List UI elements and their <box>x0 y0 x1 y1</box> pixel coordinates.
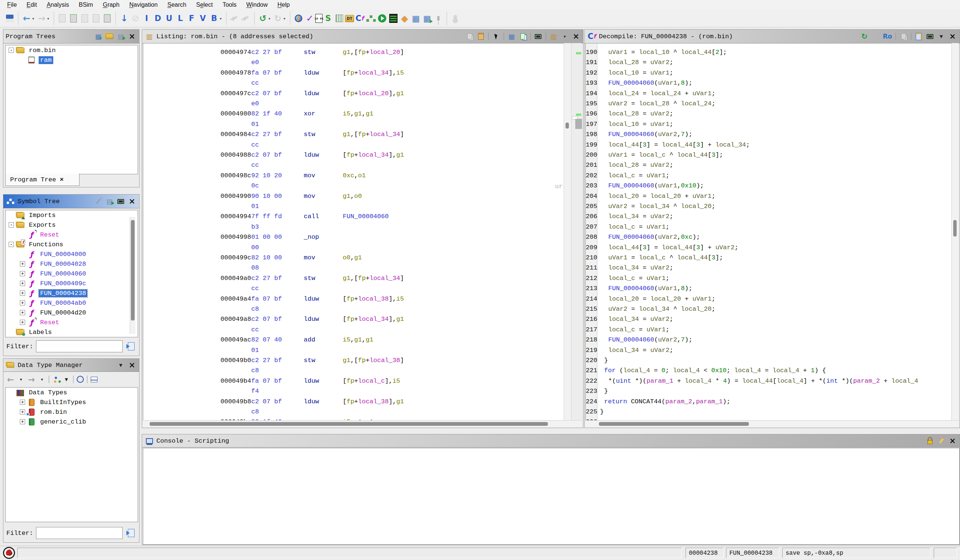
tree-row-reset[interactable]: +Reset <box>6 317 138 327</box>
decompile-line-221[interactable]: 221for (local_4 = 0; local_4 < 0x10; loc… <box>586 365 952 376</box>
tab-close-icon[interactable]: × <box>60 176 63 183</box>
snapshot-icon[interactable] <box>116 197 126 206</box>
collapse-icon[interactable]: - <box>9 222 14 228</box>
tree-row-fun_00004d20[interactable]: +FUN_00004d20 <box>6 308 138 317</box>
auto-analyze-icon[interactable] <box>293 13 304 24</box>
memory-add-icon[interactable] <box>68 13 79 24</box>
decompile-line-193[interactable]: 193FUN_00004060(uVar1,8); <box>586 78 952 88</box>
edit-fields-icon[interactable] <box>507 32 516 41</box>
scrollbar-thumb[interactable] <box>150 422 548 426</box>
bytes-table-icon[interactable]: ▦ <box>410 13 421 24</box>
decompile-vscrollbar[interactable] <box>951 43 958 420</box>
close-icon[interactable]: × <box>948 436 957 445</box>
emulator-icon[interactable] <box>376 13 388 24</box>
byte-icon[interactable]: B <box>208 13 220 24</box>
decompile-line-209[interactable]: 209local_44[3] = local_44[3] + uVar2; <box>586 243 952 253</box>
undo-icon[interactable]: ↺ <box>257 13 269 24</box>
copy-icon[interactable] <box>465 32 474 41</box>
menu-help[interactable]: Help <box>273 1 295 9</box>
decompile-line-211[interactable]: 211local_34 = uVar2; <box>586 263 952 273</box>
tree-row-reset[interactable]: Reset <box>6 230 138 239</box>
listing-line-00004998[interactable]: 0000499801 00 00_nop <box>143 232 564 243</box>
table-export-icon[interactable]: ▦ <box>421 13 433 24</box>
menu-search[interactable]: Search <box>162 1 191 9</box>
filter-icon[interactable] <box>126 528 137 538</box>
decompile-line-217[interactable]: 217local_c = uVar1; <box>586 325 952 335</box>
navigate-back-icon[interactable]: ← <box>21 13 32 24</box>
patch-icon[interactable] <box>229 13 240 24</box>
expand-icon[interactable]: + <box>20 320 25 325</box>
listing-line-00004980[interactable]: 0000498082 1f 40xori5,g1,g1 <box>143 109 564 119</box>
decompile-line-197[interactable]: 197local_10 = uVar1; <box>586 119 952 130</box>
menu-bsim[interactable]: BSim <box>74 1 98 9</box>
tree-row-exports[interactable]: -Exports <box>6 220 138 230</box>
association-icon[interactable] <box>51 375 61 384</box>
listing-line-000049a8[interactable]: 000049a8c2 07 bflduw[fp+local_34],g1 <box>143 314 564 325</box>
symbol-tree-scrollbar[interactable] <box>130 217 135 334</box>
filter-icon[interactable] <box>126 341 137 352</box>
decompile-line-194[interactable]: 194local_24 = local_24 + uVar1; <box>586 88 952 99</box>
memory-image-icon[interactable] <box>102 13 113 24</box>
menu-analysis[interactable]: Analysis <box>42 1 74 9</box>
menu-window[interactable]: Window <box>242 1 273 9</box>
listing-line-000049b0[interactable]: 000049b0c2 27 bfstwg1,[fp+local_38] <box>143 355 564 366</box>
listing-line-0000498c[interactable]: 0000498c92 10 20mov0xc,o1 <box>143 171 564 181</box>
scroll-lock-icon[interactable] <box>925 436 935 445</box>
close-icon[interactable]: × <box>127 361 137 370</box>
listing-line-0000497c[interactable]: 0000497cc2 07 bflduw[fp+local_20],g1 <box>143 88 564 99</box>
patch-alt-icon[interactable] <box>240 13 252 24</box>
tree-row-fun_00004000[interactable]: FUN_00004000 <box>6 249 138 259</box>
byte-icon-caret[interactable]: ▾ <box>220 16 224 21</box>
tree-row-data types[interactable]: Data Types <box>6 388 138 397</box>
expand-icon[interactable]: + <box>20 261 25 266</box>
refresh-icon[interactable]: ↻ <box>859 32 869 41</box>
filter-input[interactable] <box>36 340 123 353</box>
assoc-caret-icon[interactable]: ▼ <box>61 375 71 384</box>
scrollbar-thumb[interactable] <box>953 220 957 236</box>
close-icon[interactable]: × <box>948 32 957 41</box>
copy-icon[interactable] <box>899 32 908 41</box>
decompile-line-200[interactable]: 200uVar1 = local_c ^ local_44[3]; <box>586 150 952 160</box>
goto-icon[interactable] <box>105 197 114 206</box>
listing-overview-margin[interactable] <box>571 43 582 420</box>
listing-content[interactable]: 00004974c2 27 bfstwg1,[fp+local_20]e0000… <box>143 43 564 421</box>
call-graph-icon[interactable] <box>365 13 376 24</box>
close-icon[interactable]: × <box>571 32 581 41</box>
tree-row-generic_clib[interactable]: +generic_clib <box>6 417 138 426</box>
toggle-panel-icon[interactable] <box>549 32 558 41</box>
data-type-archive-icon[interactable]: DT <box>345 15 354 22</box>
listing-line-00004994[interactable]: 000049947f ff fdcallFUN_00004060 <box>143 211 564 222</box>
user-icon[interactable] <box>450 13 461 24</box>
decompile-line-204[interactable]: 204local_20 = local_20 + uVar1; <box>586 191 952 202</box>
sequence-icon[interactable] <box>334 13 345 24</box>
call-graph-icon[interactable] <box>871 32 880 41</box>
decompile-line-215[interactable]: 215uVar2 = local_34 ^ local_20; <box>586 304 952 314</box>
navigate-forward-icon-caret[interactable]: ▾ <box>47 16 51 21</box>
decompile-line-223[interactable]: 223} <box>586 386 952 397</box>
expand-icon[interactable]: + <box>20 300 25 305</box>
decompile-line-224[interactable]: 224return CONCAT44(param_2,param_1); <box>586 397 952 407</box>
listing-line-000049a0[interactable]: 000049a0c2 27 bfstwg1,[fp+local_34] <box>143 273 564 284</box>
menu-select[interactable]: Select <box>191 1 218 9</box>
toggle-panel-icon-caret[interactable]: ▾ <box>560 32 570 41</box>
tree-row-fun_00004028[interactable]: +FUN_00004028 <box>6 259 138 269</box>
tree-row-fun_00004238[interactable]: +FUN_00004238 <box>6 288 138 298</box>
tree-row-fun_00004060[interactable]: +FUN_00004060 <box>6 269 138 279</box>
edit-signature-icon[interactable] <box>914 32 924 41</box>
data-icon[interactable]: D <box>152 13 163 24</box>
expand-icon[interactable]: + <box>20 271 25 276</box>
tree-row-ram[interactable]: ram <box>6 55 138 65</box>
listing-line-000049ac[interactable]: 000049ac82 07 40addi5,g1,g1 <box>143 335 564 345</box>
cursor-location-icon[interactable] <box>491 32 501 41</box>
decompiler-icon[interactable]: Cf <box>354 13 365 24</box>
listing-hscrollbar[interactable] <box>143 420 582 427</box>
edit-icon[interactable] <box>93 197 103 206</box>
tree-row-labels[interactable]: Labels <box>6 327 138 337</box>
menu-caret-icon[interactable]: ▼ <box>116 361 126 370</box>
decompile-line-208[interactable]: 208FUN_00004060(uVar2,0xc); <box>586 232 952 243</box>
menu-navigation[interactable]: Navigation <box>125 1 163 9</box>
decompile-line-219[interactable]: 219local_34 = uVar2; <box>586 345 952 356</box>
decompile-line-202[interactable]: 202local_c = uVar1; <box>586 171 952 181</box>
scrollbar-thumb[interactable] <box>565 123 569 129</box>
listing-line-000049b4[interactable]: 000049b4fa 07 bflduw[fp+local_c],i5 <box>143 376 564 386</box>
